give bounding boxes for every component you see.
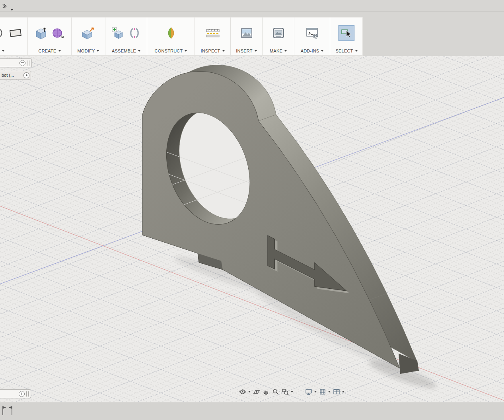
chevron-down-icon — [314, 391, 317, 393]
toolbar-label-make: MAKE — [270, 49, 282, 53]
zoom-window-icon — [282, 388, 289, 395]
expand-circle-icon[interactable] — [19, 391, 25, 397]
chevron-down-icon — [355, 50, 358, 52]
viewports-button[interactable] — [332, 387, 346, 396]
solid-box-icon[interactable] — [35, 27, 47, 39]
rectangle-icon[interactable] — [8, 27, 23, 39]
look-at-icon — [253, 388, 260, 395]
select-cursor-icon[interactable] — [341, 27, 352, 39]
collapse-circle-icon[interactable] — [19, 60, 25, 66]
toolbar-group-addins: ADD-INS — [294, 17, 330, 56]
orbit-icon — [239, 388, 246, 395]
chevron-down-icon — [58, 50, 61, 52]
insert-canvas-icon[interactable] — [241, 27, 253, 39]
grid-snaps-button[interactable] — [318, 387, 332, 396]
chevron-down-icon — [97, 50, 99, 52]
drag-grip[interactable] — [27, 60, 29, 66]
toolbar-dropdown-insert[interactable]: INSERT — [231, 46, 262, 56]
ribbon-toolbar: H CREATE — [0, 12, 504, 56]
toolbar-group-make: MAKE — [263, 17, 294, 56]
viewport-canvas[interactable]: bot (... — [0, 56, 504, 402]
toolbar-label-create: CREATE — [38, 49, 56, 53]
toolbar-dropdown-inspect[interactable]: INSPECT — [195, 46, 230, 56]
scripts-addins-icon[interactable] — [306, 27, 319, 39]
toolbar-label-inspect: INSPECT — [200, 49, 220, 53]
toolbar-group-create: CREATE — [28, 17, 72, 56]
pan-hand-icon — [263, 388, 270, 395]
toolbar-groups: H CREATE — [0, 17, 363, 56]
chevron-down-icon — [248, 391, 251, 393]
toolbar-group-inspect: INSPECT — [195, 17, 231, 56]
chevron-down-icon — [284, 50, 287, 52]
chevron-down-icon — [138, 50, 140, 52]
grid-icon — [319, 388, 326, 395]
toolbar-dropdown-create[interactable]: CREATE — [28, 46, 71, 56]
timeline-marker-back[interactable] — [8, 404, 13, 416]
construction-plane-icon[interactable] — [166, 27, 176, 39]
toolbar-group-select: SELECT — [330, 17, 363, 56]
orbit-button[interactable] — [238, 387, 252, 396]
timeline-marker-forward[interactable] — [1, 404, 7, 416]
form-sphere-icon[interactable] — [52, 27, 64, 39]
viewports-icon — [333, 388, 340, 395]
zoom-button[interactable] — [271, 387, 280, 396]
chevron-down-icon — [328, 391, 331, 393]
toolbar-label-modify: MODIFY — [78, 49, 95, 53]
chevron-down-icon — [2, 50, 4, 52]
toolbar-group-construct: CONSTRUCT — [147, 17, 195, 56]
toolbar-dropdown-construct[interactable]: CONSTRUCT — [147, 46, 195, 56]
zoom-window-button[interactable] — [280, 387, 294, 396]
toolbar-label-construct: CONSTRUCT — [155, 49, 183, 53]
toolbar-dropdown-assemble[interactable]: ASSEMBLE — [105, 46, 147, 56]
toolbar-group-sketch: H — [0, 17, 28, 56]
joint-icon[interactable] — [128, 27, 140, 39]
display-settings-button[interactable] — [304, 387, 318, 396]
toolbar-group-insert: INSERT — [231, 17, 263, 56]
make-3d-print-icon[interactable] — [272, 27, 284, 39]
scene-3d — [0, 56, 504, 402]
toolbar-label-addins: ADD-INS — [301, 49, 319, 53]
browser-document-tab[interactable]: bot (... — [0, 71, 31, 80]
toolbar-dropdown-modify[interactable]: MODIFY — [72, 46, 105, 56]
chevron-down-icon — [342, 391, 344, 393]
browser-collapsed-panel[interactable] — [0, 58, 32, 67]
comments-collapsed-panel[interactable] — [0, 389, 31, 398]
arc-icon[interactable] — [0, 27, 4, 39]
toolbar-dropdown-sketch[interactable]: H — [0, 46, 27, 56]
chevron-down-icon — [222, 50, 225, 52]
toolbar-label-assemble: ASSEMBLE — [112, 49, 136, 53]
chevron-down-icon — [185, 50, 187, 52]
toolbar-label-insert: INSERT — [236, 49, 252, 53]
toolbar-dropdown-select[interactable]: SELECT — [330, 46, 363, 56]
dropdown-caret-icon[interactable] — [9, 5, 13, 12]
expand-chevrons-icon[interactable] — [2, 3, 7, 10]
pan-button[interactable] — [261, 387, 271, 396]
drag-grip[interactable] — [26, 391, 29, 397]
chevron-down-icon — [255, 50, 257, 52]
model-part[interactable] — [142, 65, 419, 374]
document-label: bot (... — [2, 73, 22, 78]
display-settings-icon — [305, 388, 312, 395]
press-pull-icon[interactable] — [82, 27, 95, 39]
toolbar-group-modify: MODIFY — [72, 17, 105, 56]
toolbar-dropdown-addins[interactable]: ADD-INS — [294, 46, 330, 56]
new-component-icon[interactable] — [112, 27, 124, 39]
look-at-button[interactable] — [252, 387, 261, 396]
navigation-bar — [238, 387, 346, 397]
select-active-highlight[interactable] — [339, 25, 354, 41]
zoom-icon — [272, 388, 279, 395]
toolbar-label-select: SELECT — [336, 49, 353, 53]
target-circle-icon[interactable] — [23, 72, 29, 78]
quick-access-strip — [0, 0, 504, 12]
fusion-window: H CREATE — [0, 0, 504, 420]
timeline-bar — [0, 402, 504, 420]
measure-icon[interactable] — [206, 27, 220, 39]
toolbar-dropdown-make[interactable]: MAKE — [263, 46, 294, 56]
chevron-down-icon — [321, 50, 323, 52]
chevron-down-icon — [291, 391, 293, 393]
toolbar-group-assemble: ASSEMBLE — [105, 17, 147, 56]
